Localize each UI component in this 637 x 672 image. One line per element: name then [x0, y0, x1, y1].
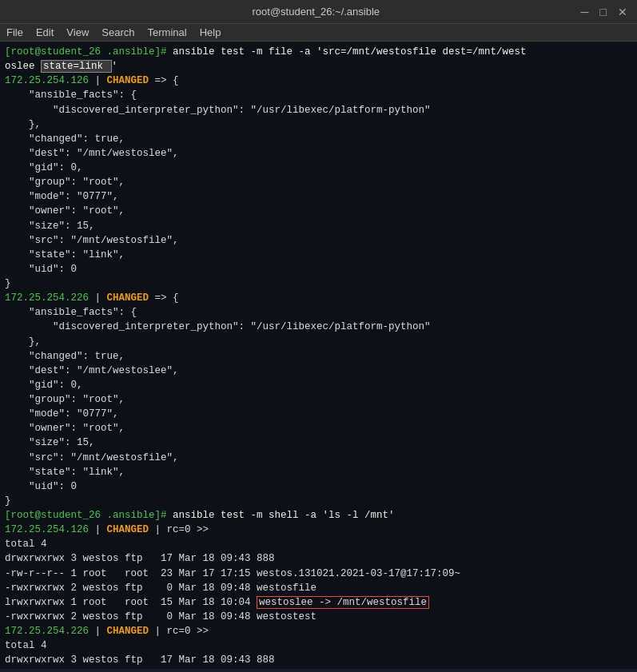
link-highlight: westoslee -> /mnt/westosfile — [257, 596, 429, 609]
prompt-line-2: [root@student_26 .ansible]# — [5, 510, 173, 521]
command-2: ansible test -m shell -a 'ls -l /mnt' — [173, 510, 395, 521]
changed-badge-1: CHANGED — [107, 75, 149, 86]
maximize-button[interactable]: □ — [597, 6, 610, 18]
title-bar: root@student_26:~/.ansible ─ □ ✕ — [0, 0, 637, 24]
window-controls[interactable]: ─ □ ✕ — [578, 6, 631, 18]
command-1: ansible test -m file -a 'src=/mnt/westos… — [173, 46, 527, 58]
minimize-button[interactable]: ─ — [578, 6, 592, 18]
menu-edit[interactable]: Edit — [36, 26, 54, 38]
ip4: 172.25.254.226 — [5, 626, 89, 637]
menu-file[interactable]: File — [6, 26, 23, 38]
menu-terminal[interactable]: Terminal — [148, 26, 187, 38]
ip3: 172.25.254.126 — [5, 524, 89, 535]
ip1: 172.25.254.126 — [5, 75, 89, 86]
window-title: root@student_26:~/.ansible — [54, 6, 578, 18]
command-1-cont: oslee — [5, 61, 41, 72]
changed-badge-2: CHANGED — [107, 292, 149, 304]
menu-help[interactable]: Help — [200, 26, 221, 38]
changed-badge-4: CHANGED — [107, 626, 149, 637]
terminal-output[interactable]: [root@student_26 .ansible]# ansible test… — [0, 42, 637, 669]
prompt-line-1: [root@student_26 .ansible]# — [5, 46, 173, 58]
menu-search[interactable]: Search — [102, 26, 134, 38]
ip2: 172.25.254.226 — [5, 292, 89, 304]
menu-view[interactable]: View — [66, 26, 89, 38]
state-highlight: state=link — [41, 60, 112, 73]
close-button[interactable]: ✕ — [615, 6, 631, 18]
menu-bar: File Edit View Search Terminal Help — [0, 24, 637, 42]
changed-badge-3: CHANGED — [107, 524, 149, 535]
